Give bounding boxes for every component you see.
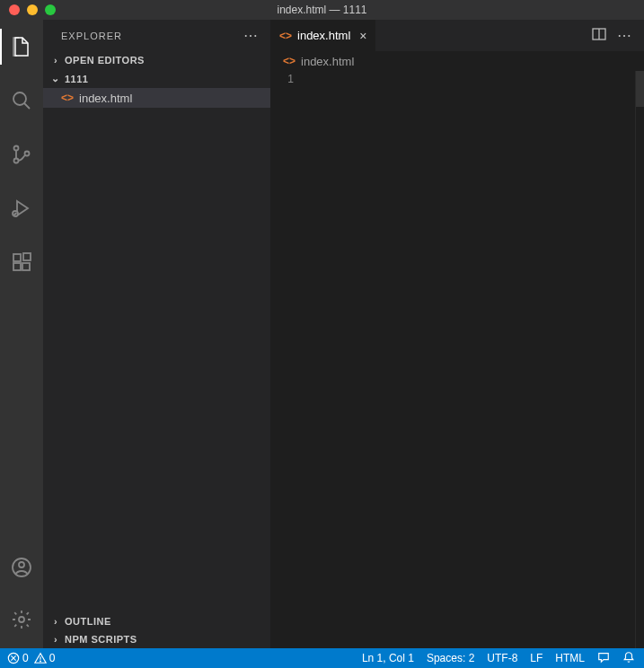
close-icon[interactable]: ×	[359, 29, 366, 43]
minimize-icon[interactable]	[27, 4, 38, 15]
more-icon[interactable]: ⋯	[243, 27, 260, 44]
bell-icon[interactable]	[622, 651, 635, 666]
html-file-icon: <>	[279, 30, 292, 42]
tab-label: index.html	[297, 29, 350, 42]
code-area[interactable]	[304, 71, 635, 648]
svg-point-3	[14, 159, 19, 163]
extensions-icon[interactable]	[0, 244, 43, 280]
svg-point-0	[13, 92, 26, 105]
svg-rect-8	[22, 263, 30, 270]
chevron-right-icon: ›	[50, 634, 61, 645]
explorer-title: EXPLORER	[61, 31, 122, 41]
svg-rect-9	[23, 253, 31, 260]
status-eol[interactable]: LF	[530, 652, 543, 664]
npm-scripts-section[interactable]: › NPM SCRIPTS	[43, 630, 270, 648]
status-bar: 0 0 Ln 1, Col 1 Spaces: 2 UTF-8 LF HTML	[0, 648, 644, 668]
window-title: index.html — 1111	[0, 4, 644, 16]
svg-rect-6	[13, 254, 21, 261]
file-name: index.html	[79, 92, 132, 105]
line-gutter: 1	[270, 71, 304, 648]
split-editor-icon[interactable]	[592, 27, 606, 45]
scrollbar[interactable]	[635, 71, 644, 648]
explorer-panel: EXPLORER ⋯ › OPEN EDITORS ⌄ 1111 <> inde…	[43, 20, 270, 648]
breadcrumb[interactable]: <> index.html	[270, 51, 644, 71]
tab-bar: <> index.html × ⋯	[270, 20, 644, 51]
chevron-right-icon: ›	[50, 616, 61, 627]
feedback-icon[interactable]	[597, 651, 610, 666]
debug-icon[interactable]	[0, 190, 43, 226]
settings-icon[interactable]	[0, 602, 43, 637]
maximize-icon[interactable]	[45, 4, 56, 15]
status-spaces[interactable]: Spaces: 2	[427, 652, 474, 664]
more-icon[interactable]: ⋯	[617, 27, 633, 44]
activity-bar	[0, 20, 43, 648]
window-controls	[9, 4, 56, 15]
svg-point-11	[19, 562, 24, 567]
svg-line-1	[24, 103, 30, 109]
status-errors[interactable]: 0	[7, 652, 29, 664]
svg-point-2	[14, 146, 19, 151]
scroll-thumb[interactable]	[636, 71, 644, 107]
status-warnings[interactable]: 0	[34, 652, 56, 664]
svg-rect-7	[13, 263, 21, 270]
accounts-icon[interactable]	[0, 549, 43, 585]
chevron-down-icon: ⌄	[50, 73, 61, 84]
titlebar: index.html — 1111	[0, 0, 644, 20]
explorer-icon[interactable]	[0, 29, 43, 65]
search-icon[interactable]	[0, 83, 43, 119]
status-lncol[interactable]: Ln 1, Col 1	[362, 652, 414, 664]
status-language[interactable]: HTML	[555, 652, 585, 664]
file-item[interactable]: <> index.html	[43, 88, 270, 108]
html-file-icon: <>	[61, 92, 74, 104]
close-icon[interactable]	[9, 4, 20, 15]
folder-section[interactable]: ⌄ 1111	[43, 69, 270, 88]
source-control-icon[interactable]	[0, 136, 43, 172]
open-editors-section[interactable]: › OPEN EDITORS	[43, 51, 270, 69]
status-encoding[interactable]: UTF-8	[487, 652, 517, 664]
chevron-right-icon: ›	[50, 55, 61, 66]
svg-point-4	[25, 152, 30, 156]
svg-point-19	[40, 661, 40, 662]
editor-area: <> index.html × ⋯ <> index.html 1	[270, 20, 644, 648]
tab-index-html[interactable]: <> index.html ×	[270, 20, 376, 51]
svg-point-12	[19, 617, 24, 622]
outline-section[interactable]: › OUTLINE	[43, 612, 270, 630]
html-file-icon: <>	[283, 55, 296, 67]
